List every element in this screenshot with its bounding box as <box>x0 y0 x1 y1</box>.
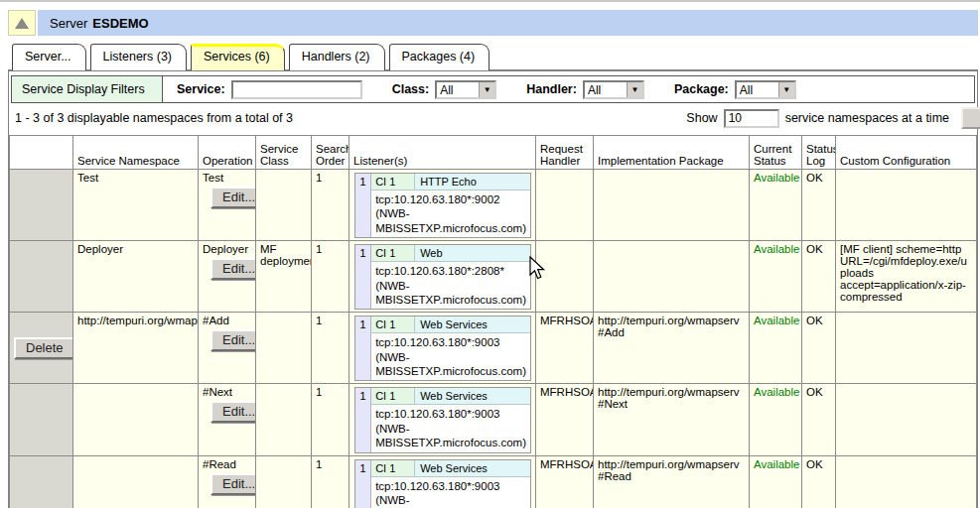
edit-operation-button[interactable]: Edit... <box>210 329 256 351</box>
service-filter-input[interactable] <box>231 80 362 99</box>
listener-index: 1 <box>355 388 371 451</box>
listener-top-row: CI 1Web Services <box>371 460 530 477</box>
service-class-cell <box>256 384 312 455</box>
edit-operation-button[interactable]: Edit... <box>210 258 256 280</box>
listener-top-row: CI 1HTTP Echo <box>371 174 530 190</box>
service-filter-label: Service: <box>177 82 225 96</box>
tab-listeners[interactable]: Listeners (3) <box>90 44 187 70</box>
current-status-cell: Available <box>750 313 802 384</box>
delete-service-button[interactable]: Delete <box>14 337 73 359</box>
edit-operation-button[interactable]: Edit... <box>210 473 256 495</box>
status-log-cell: OK <box>802 241 836 313</box>
column-header: Current Status <box>750 136 802 170</box>
listener-address: tcp:10.120.63.180*:9003(NWB-MBISSETXP.mi… <box>371 405 530 451</box>
custom-configuration-cell <box>836 384 977 455</box>
status-log-cell: OK <box>802 384 836 455</box>
column-header: Listener(s) <box>350 136 536 170</box>
listener-body: CI 1Webtcp:10.120.63.180*:2808*(NWB-MBIS… <box>371 245 530 309</box>
filter-title: Service Display Filters <box>12 76 163 102</box>
tab-server[interactable]: Server... <box>12 44 86 70</box>
column-header: Operation <box>199 136 256 170</box>
listeners-cell: 1CI 1Web Servicestcp:10.120.63.180*:9003… <box>350 384 536 455</box>
table-row: #ReadEdit...11CI 1Web Servicestcp:10.120… <box>10 455 977 508</box>
search-order-cell: 1 <box>312 384 350 455</box>
service-namespace-cell <box>73 384 199 455</box>
operation-name: Deployer <box>203 243 251 255</box>
column-header <box>10 136 73 170</box>
listener-name: Web <box>415 245 530 261</box>
package-filter-select[interactable]: All ▼ <box>735 80 796 99</box>
class-filter-select[interactable]: All ▼ <box>435 80 496 99</box>
custom-configuration-cell <box>836 313 977 384</box>
implementation-package-cell: http://tempuri.org/wmapserv#Next <box>594 384 750 455</box>
column-header: Status Log <box>802 136 836 170</box>
row-action-cell <box>10 384 73 455</box>
table-row: #NextEdit...11CI 1Web Servicestcp:10.120… <box>10 384 977 455</box>
listener-host: (NWB-MBISSETXP.microfocus.com) <box>375 206 526 235</box>
namespace-count-summary: 1 - 3 of 3 displayable namespaces from a… <box>15 111 293 125</box>
service-namespace-cell: http://tempuri.org/wmapserv <box>73 313 199 384</box>
column-header: Implementation Package <box>594 136 750 170</box>
tab-bar: Server... Listeners (3) Services (6) Han… <box>8 44 978 70</box>
listener-body: CI 1Web Servicestcp:10.120.63.180*:9003(… <box>371 388 530 451</box>
search-order-cell: 1 <box>312 170 350 241</box>
listener-box[interactable]: 1CI 1HTTP Echotcp:10.120.63.180*:9002(NW… <box>354 173 531 238</box>
listener-body: CI 1HTTP Echotcp:10.120.63.180*:9002(NWB… <box>371 174 530 237</box>
refresh-list-button[interactable] <box>961 107 980 129</box>
listener-name: HTTP Echo <box>415 174 530 190</box>
service-namespace-cell: Deployer <box>73 241 199 313</box>
listener-box[interactable]: 1CI 1Web Servicestcp:10.120.63.180*:9003… <box>354 459 531 508</box>
listener-index: 1 <box>355 245 371 309</box>
implementation-package-cell: http://tempuri.org/wmapserv#Add <box>594 313 750 384</box>
listener-endpoint: tcp:10.120.63.180*:2808* <box>375 264 526 278</box>
listener-body: CI 1Web Servicestcp:10.120.63.180*:9003(… <box>371 460 530 508</box>
tab-handlers[interactable]: Handlers (2) <box>289 44 385 70</box>
handler-filter-select[interactable]: All ▼ <box>583 80 644 99</box>
edit-operation-button[interactable]: Edit... <box>210 401 256 423</box>
server-title-bar: Server ESDEMO <box>8 10 978 36</box>
listener-address: tcp:10.120.63.180*:9003(NWB-MBISSETXP.mi… <box>371 477 530 508</box>
operation-name: #Add <box>203 315 251 326</box>
show-label: Show <box>686 111 717 125</box>
listener-endpoint: tcp:10.120.63.180*:9003 <box>375 479 526 493</box>
listener-address: tcp:10.120.63.180*:9003(NWB-MBISSETXP.mi… <box>371 333 530 380</box>
chevron-down-icon: ▼ <box>627 82 642 97</box>
listener-conversation: CI 1 <box>371 174 415 190</box>
server-label: Server <box>50 16 87 31</box>
column-header: Request Handler <box>536 136 594 170</box>
services-panel: Service Display Filters Service: Class: … <box>8 69 978 508</box>
row-action-cell <box>10 241 73 313</box>
implementation-package-cell: http://tempuri.org/wmapserv#Read <box>594 455 750 508</box>
listener-box[interactable]: 1CI 1Web Servicestcp:10.120.63.180*:9003… <box>354 387 531 452</box>
service-filter-bar: Service Display Filters Service: Class: … <box>11 75 975 103</box>
show-count-input[interactable] <box>724 109 779 128</box>
handler-filter-label: Handler: <box>526 82 577 96</box>
listener-address: tcp:10.120.63.180*:9002(NWB-MBISSETXP.mi… <box>371 190 530 237</box>
pagination-controls: Show service namespaces at a time <box>686 107 977 129</box>
edit-operation-button[interactable]: Edit... <box>210 187 256 208</box>
listener-body: CI 1Web Servicestcp:10.120.63.180*:9003(… <box>371 317 530 380</box>
listener-host: (NWB-MBISSETXP.microfocus.com) <box>375 422 526 450</box>
column-header: Custom Configuration <box>836 136 977 170</box>
operation-cell: #NextEdit... <box>199 384 256 455</box>
listener-name: Web Services <box>415 388 530 404</box>
collapse-server-button[interactable] <box>8 10 36 36</box>
table-body: TestTestEdit...11CI 1HTTP Echotcp:10.120… <box>10 170 977 508</box>
status-log-cell: OK <box>802 455 836 508</box>
listener-host: (NWB-MBISSETXP.microfocus.com) <box>375 350 526 379</box>
tab-services[interactable]: Services (6) <box>191 44 285 70</box>
service-class-cell: MF deployment <box>256 241 312 313</box>
column-header: Service Namespace <box>73 136 199 170</box>
listener-name: Web Services <box>415 317 530 332</box>
listeners-cell: 1CI 1Web Servicestcp:10.120.63.180*:9003… <box>350 455 536 508</box>
tab-packages[interactable]: Packages (4) <box>389 44 490 70</box>
listener-box[interactable]: 1CI 1Webtcp:10.120.63.180*:2808*(NWB-MBI… <box>354 244 531 310</box>
listener-box[interactable]: 1CI 1Web Servicestcp:10.120.63.180*:9003… <box>354 316 531 381</box>
admin-page: Server ESDEMO Server... Listeners (3) Se… <box>8 10 978 508</box>
server-title: Server ESDEMO <box>38 10 978 36</box>
implementation-package-cell <box>594 241 750 313</box>
operation-name: #Read <box>203 458 251 470</box>
listener-index: 1 <box>355 174 371 237</box>
operation-cell: TestEdit... <box>199 170 256 241</box>
row-action-cell <box>10 455 73 508</box>
